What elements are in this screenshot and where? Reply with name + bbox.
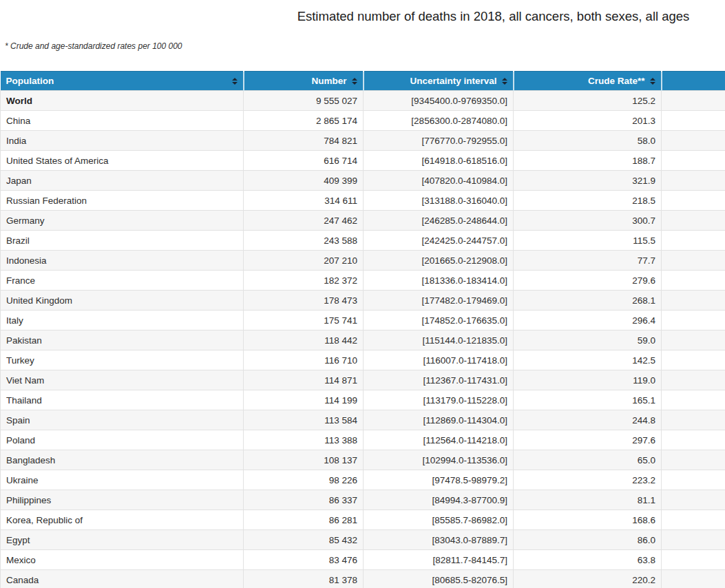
cell-crude-rate: 119.0 bbox=[514, 370, 662, 390]
table-row: Poland113 388[112564.0-114218.0]297.6 bbox=[1, 430, 725, 450]
table-row: Turkey116 710[116007.0-117418.0]142.5 bbox=[1, 350, 725, 370]
cell-crude-rate: 268.1 bbox=[514, 291, 662, 311]
cell-number: 86 337 bbox=[244, 490, 364, 510]
cell-uncertainty: [181336.0-183414.0] bbox=[364, 271, 514, 291]
cell-crude-rate: 63.8 bbox=[514, 550, 662, 570]
cell-blank bbox=[662, 211, 725, 231]
table-row: China2 865 174[2856300.0-2874080.0]201.3 bbox=[1, 111, 725, 131]
cell-population: Spain bbox=[1, 410, 244, 430]
table-row: Philippines86 337[84994.3-87700.9]81.1 bbox=[1, 490, 725, 510]
cell-number: 207 210 bbox=[244, 251, 364, 271]
cell-crude-rate: 77.7 bbox=[514, 251, 662, 271]
cell-crude-rate: 296.4 bbox=[514, 311, 662, 330]
cell-population: Viet Nam bbox=[1, 370, 244, 390]
cell-population: Canada bbox=[1, 570, 244, 588]
cell-blank bbox=[662, 410, 725, 430]
cell-blank bbox=[662, 430, 725, 450]
population-table: Population Number Uncertainty interval bbox=[0, 71, 725, 588]
cell-uncertainty: [82811.7-84145.7] bbox=[364, 550, 514, 570]
cell-crude-rate: 279.6 bbox=[514, 271, 662, 291]
column-header-blank bbox=[662, 72, 725, 91]
cell-uncertainty: [2856300.0-2874080.0] bbox=[364, 111, 514, 131]
cell-number: 178 473 bbox=[244, 291, 364, 311]
column-header-population[interactable]: Population bbox=[1, 72, 244, 91]
column-header-label: Number bbox=[311, 76, 346, 86]
cell-number: 2 865 174 bbox=[244, 111, 364, 131]
cell-blank bbox=[662, 550, 725, 570]
cell-number: 247 462 bbox=[244, 211, 364, 231]
cell-blank bbox=[662, 390, 725, 410]
cell-population: United Kingdom bbox=[1, 291, 244, 311]
cell-number: 108 137 bbox=[244, 450, 364, 470]
cell-number: 114 871 bbox=[244, 370, 364, 390]
cell-blank bbox=[662, 91, 725, 111]
cell-number: 83 476 bbox=[244, 550, 364, 570]
table-row: Germany247 462[246285.0-248644.0]300.7 bbox=[1, 211, 725, 231]
cell-blank bbox=[662, 510, 725, 530]
cell-crude-rate: 321.9 bbox=[514, 171, 662, 191]
column-header-crude-rate[interactable]: Crude Rate** bbox=[514, 72, 662, 91]
cell-number: 113 388 bbox=[244, 430, 364, 450]
cell-number: 314 611 bbox=[244, 191, 364, 211]
cell-population: Italy bbox=[1, 311, 244, 330]
table-row: Thailand114 199[113179.0-115228.0]165.1 bbox=[1, 390, 725, 410]
page-title: Estimated number of deaths in 2018, all … bbox=[262, 8, 725, 25]
cell-population: Bangladesh bbox=[1, 450, 244, 470]
column-header-uncertainty-interval[interactable]: Uncertainty interval bbox=[364, 72, 514, 91]
page: Estimated number of deaths in 2018, all … bbox=[0, 0, 725, 588]
cell-blank bbox=[662, 111, 725, 131]
cell-crude-rate: 223.2 bbox=[514, 470, 662, 490]
column-header-label: Population bbox=[6, 76, 54, 86]
cell-blank bbox=[662, 231, 725, 251]
cell-uncertainty: [97478.5-98979.2] bbox=[364, 470, 514, 490]
cell-blank bbox=[662, 350, 725, 370]
cell-population: Indonesia bbox=[1, 251, 244, 271]
cell-population: Mexico bbox=[1, 550, 244, 570]
cell-number: 243 588 bbox=[244, 231, 364, 251]
cell-uncertainty: [174852.0-176635.0] bbox=[364, 311, 514, 330]
table-row: Viet Nam114 871[112367.0-117431.0]119.0 bbox=[1, 370, 725, 390]
cell-population: Germany bbox=[1, 211, 244, 231]
cell-uncertainty: [9345400.0-9769350.0] bbox=[364, 91, 514, 111]
table-row: Pakistan118 442[115144.0-121835.0]59.0 bbox=[1, 330, 725, 350]
cell-population: Pakistan bbox=[1, 330, 244, 350]
title-row: Estimated number of deaths in 2018, all … bbox=[0, 0, 725, 25]
column-header-label: Uncertainty interval bbox=[410, 76, 496, 86]
cell-population: Philippines bbox=[1, 490, 244, 510]
table-body: World9 555 027[9345400.0-9769350.0]125.2… bbox=[1, 91, 725, 588]
cell-crude-rate: 201.3 bbox=[514, 111, 662, 131]
cell-population: Turkey bbox=[1, 350, 244, 370]
cell-population: Thailand bbox=[1, 390, 244, 410]
rates-footnote: * Crude and age-standardized rates per 1… bbox=[5, 41, 725, 52]
table-row: France182 372[181336.0-183414.0]279.6 bbox=[1, 271, 725, 291]
cell-uncertainty: [242425.0-244757.0] bbox=[364, 231, 514, 251]
cell-number: 86 281 bbox=[244, 510, 364, 530]
table-row: Canada81 378[80685.5-82076.5]220.2 bbox=[1, 570, 725, 588]
cell-population: China bbox=[1, 111, 244, 131]
cell-blank bbox=[662, 151, 725, 171]
cell-number: 616 714 bbox=[244, 151, 364, 171]
cell-blank bbox=[662, 191, 725, 211]
cell-number: 114 199 bbox=[244, 390, 364, 410]
cell-crude-rate: 86.0 bbox=[514, 530, 662, 550]
cell-population: Poland bbox=[1, 430, 244, 450]
cell-population: Ukraine bbox=[1, 470, 244, 490]
table-row: Japan409 399[407820.0-410984.0]321.9 bbox=[1, 171, 725, 191]
cell-crude-rate: 58.0 bbox=[514, 131, 662, 151]
table-row: India784 821[776770.0-792955.0]58.0 bbox=[1, 131, 725, 151]
table-row: World9 555 027[9345400.0-9769350.0]125.2 bbox=[1, 91, 725, 111]
table-row: Bangladesh108 137[102994.0-113536.0]65.0 bbox=[1, 450, 725, 470]
cell-number: 175 741 bbox=[244, 311, 364, 330]
column-header-label: Crude Rate** bbox=[588, 76, 645, 86]
cell-blank bbox=[662, 291, 725, 311]
column-header-number[interactable]: Number bbox=[244, 72, 364, 91]
cell-number: 85 432 bbox=[244, 530, 364, 550]
cell-number: 113 584 bbox=[244, 410, 364, 430]
table-row: Egypt85 432[83043.0-87889.7]86.0 bbox=[1, 530, 725, 550]
cell-population: Egypt bbox=[1, 530, 244, 550]
cell-crude-rate: 115.5 bbox=[514, 231, 662, 251]
cell-crude-rate: 244.8 bbox=[514, 410, 662, 430]
cell-crude-rate: 125.2 bbox=[514, 91, 662, 111]
cell-crude-rate: 297.6 bbox=[514, 430, 662, 450]
cell-population: France bbox=[1, 271, 244, 291]
